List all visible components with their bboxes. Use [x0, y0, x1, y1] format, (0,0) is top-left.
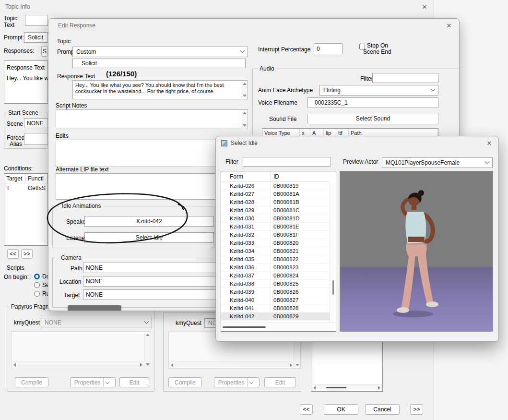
chevron-down-icon[interactable]: [106, 380, 109, 384]
idle-table[interactable]: Form ID Kziitd-0260B000819Kziitd-0270B00…: [221, 171, 336, 332]
close-icon[interactable]: ✕: [445, 21, 453, 30]
scrollbar-horizontal[interactable]: [12, 361, 144, 367]
idle-table-row[interactable]: Kziitd-0340B000821: [221, 247, 330, 255]
scrollbar-thumb[interactable]: [223, 326, 266, 328]
close-icon[interactable]: ✕: [485, 139, 494, 147]
scroll-down-icon[interactable]: [295, 364, 299, 366]
topic-text-label: Topic: [4, 15, 17, 22]
topic-text-input[interactable]: [25, 15, 48, 26]
idle-table-row[interactable]: Kziitd-0350B000822: [221, 255, 330, 264]
scrollbar-horizontal[interactable]: [312, 384, 382, 391]
scroll-left-icon[interactable]: [13, 363, 16, 367]
nav-next-button[interactable]: >>: [410, 404, 423, 415]
idle-table-row[interactable]: Kziitd-0370B000824: [221, 272, 330, 280]
radio-run[interactable]: [34, 291, 40, 297]
preview-render-figure: [340, 171, 493, 332]
close-icon[interactable]: ✕: [420, 2, 429, 11]
responses-button[interactable]: S: [41, 46, 48, 57]
scroll-right-icon[interactable]: [378, 386, 380, 390]
edit-button[interactable]: Edit: [264, 377, 296, 387]
scrollbar-vertical[interactable]: [241, 81, 247, 98]
preview-viewport[interactable]: [340, 171, 493, 332]
idle-animations-group-label: Idle Animations: [60, 203, 103, 209]
audio-filter-input[interactable]: [372, 73, 438, 83]
idle-table-row[interactable]: Kziitd-0260B000819: [221, 182, 330, 190]
scrollbar-vertical[interactable]: [241, 110, 247, 128]
kmyquest-combo[interactable]: NONE: [41, 318, 152, 327]
scrollbar-vertical[interactable]: [144, 332, 150, 367]
voice-filename-label: Voice Filename: [258, 99, 297, 106]
forced-alias-label: Alias: [10, 141, 22, 147]
scroll-up-icon[interactable]: [243, 112, 247, 114]
idle-table-row[interactable]: Kziitd-0410B000828: [221, 304, 330, 312]
idle-table-row[interactable]: Kziitd-0300B00081D: [221, 215, 330, 223]
scroll-right-icon[interactable]: [290, 363, 292, 367]
topic-value-field[interactable]: Solicit: [72, 59, 246, 68]
scroll-down-icon[interactable]: [146, 363, 150, 366]
scroll-up-icon[interactable]: [243, 83, 247, 85]
conditions-table[interactable]: Target Functi T GetIsS: [4, 173, 48, 246]
conditions-prev-button[interactable]: <<: [7, 249, 19, 259]
idle-table-row[interactable]: Kziitd-0270B00081A: [221, 190, 330, 198]
scroll-up-icon[interactable]: [146, 334, 150, 336]
idle-table-row[interactable]: Kziitd-0380B000825: [221, 280, 330, 288]
properties-button[interactable]: Properties: [70, 377, 116, 387]
response-list-item[interactable]: Hey... You like wh: [7, 75, 48, 82]
scrollbar-thumb[interactable]: [332, 280, 334, 295]
anim-face-archetype-combo[interactable]: Flirting: [319, 85, 438, 96]
camera-path-field[interactable]: NONE: [83, 263, 217, 273]
filter-input[interactable]: [243, 157, 331, 167]
idle-table-row[interactable]: Kziitd-0310B00081E: [221, 223, 330, 231]
script-notes-area[interactable]: [56, 109, 248, 129]
listener-idle-field[interactable]: Select Idle: [84, 232, 214, 243]
scroll-right-icon[interactable]: [140, 363, 142, 367]
idle-table-row[interactable]: Kziitd-0280B00081B: [221, 198, 330, 206]
interrupt-percentage-input[interactable]: 0: [314, 43, 343, 54]
idle-table-row[interactable]: Kziitd-0320B00081F: [221, 231, 330, 239]
conditions-next-button[interactable]: >>: [21, 249, 33, 259]
scrollbar-vertical[interactable]: [330, 182, 336, 323]
preview-actor-combo[interactable]: MQ101PlayerSpouseFemale: [382, 157, 493, 168]
radio-set[interactable]: [34, 282, 40, 288]
ok-button[interactable]: OK: [324, 404, 358, 415]
select-sound-button[interactable]: Select Sound: [307, 113, 438, 124]
response-text-area[interactable]: Hey... You like what you see? You should…: [72, 80, 248, 99]
compile-button[interactable]: Compile: [15, 377, 48, 387]
speaker-idle-field[interactable]: Kziitd-042: [84, 216, 214, 227]
start-scene-group-label: Start Scene: [6, 109, 40, 116]
scrollbar-horizontal[interactable]: [221, 323, 336, 331]
truncated-control[interactable]: [68, 305, 121, 311]
scroll-down-icon[interactable]: [243, 124, 247, 127]
idle-table-rows: Kziitd-0260B000819Kziitd-0270B00081AKzii…: [221, 182, 330, 323]
scrollbar-horizontal[interactable]: [169, 361, 294, 368]
cancel-button[interactable]: Cancel: [365, 404, 400, 415]
properties-button[interactable]: Properties: [214, 377, 260, 387]
forced-alias-field[interactable]: [24, 133, 48, 145]
idle-table-row[interactable]: Kziitd-0400B000827: [221, 296, 330, 304]
idle-table-row[interactable]: Kziitd-0420B000829: [221, 312, 330, 321]
radio-do[interactable]: [34, 274, 40, 279]
camera-location-field[interactable]: NONE: [83, 276, 217, 287]
idle-table-cell: 0B00081C: [271, 206, 330, 214]
scroll-left-icon[interactable]: [313, 386, 316, 390]
compile-button[interactable]: Compile: [168, 377, 202, 387]
camera-target-field[interactable]: NONE: [83, 289, 217, 300]
window-title: Edit Response: [58, 22, 95, 29]
chevron-down-icon[interactable]: [249, 380, 253, 384]
nav-prev-button[interactable]: <<: [300, 404, 313, 415]
fragment-code-area[interactable]: [11, 331, 151, 368]
idle-table-row[interactable]: Kziitd-0390B000826: [221, 288, 330, 296]
scroll-down-icon[interactable]: [243, 95, 247, 97]
prompt-combo[interactable]: Custom: [72, 47, 248, 57]
scene-field[interactable]: NONE: [24, 118, 48, 128]
idle-table-row[interactable]: Kziitd-0360B000823: [221, 264, 330, 272]
idle-table-row[interactable]: Kziitd-0330B000820: [221, 239, 330, 247]
scroll-left-icon[interactable]: [171, 363, 173, 367]
scrollbar-thumb[interactable]: [326, 387, 346, 388]
prompt-combo[interactable]: Solicit: [24, 32, 48, 43]
idle-table-row[interactable]: Kziitd-0290B00081C: [221, 206, 330, 215]
edit-button[interactable]: Edit: [119, 377, 149, 387]
conditions-row[interactable]: T GetIsS: [4, 183, 47, 193]
response-list[interactable]: Response Text Hey... You like wh: [4, 60, 48, 104]
voice-filename-field[interactable]: 0002335C_1: [307, 97, 438, 108]
